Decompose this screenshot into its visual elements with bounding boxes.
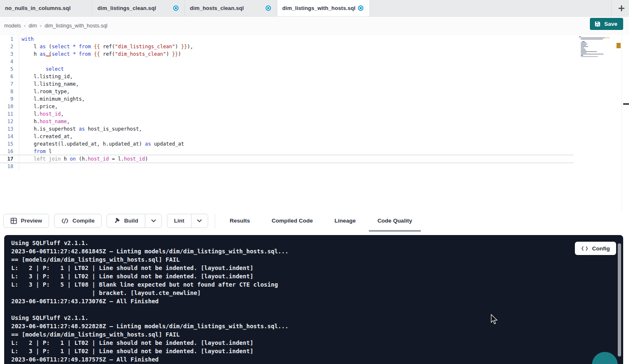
line-number: 18 — [0, 163, 19, 170]
editor-tab-dim_listings_clean-sql[interactable]: dim_listings_clean.sql — [92, 0, 185, 16]
code-text: select — [19, 65, 64, 73]
config-button-label: Config — [592, 245, 610, 252]
build-dropdown-button[interactable] — [145, 214, 162, 228]
code-editor[interactable]: 1with2 l as (select * from {{ ref("dim_l… — [0, 35, 629, 211]
code-line-10[interactable]: 10 l.price, — [0, 103, 574, 110]
lint-button-main[interactable]: Lint — [167, 214, 191, 228]
editor-tabbar: no_nulls_in_columns.sqldim_listings_clea… — [0, 0, 629, 17]
tab-label: dim_hosts_clean.sql — [190, 5, 244, 11]
code-line-4[interactable]: 4 — [0, 58, 574, 65]
breadcrumb-item[interactable]: models — [4, 23, 21, 29]
compile-button-main[interactable]: Compile — [55, 214, 101, 228]
tab-results[interactable]: Results — [221, 211, 259, 230]
code-line-1[interactable]: 1with — [0, 35, 574, 43]
code-line-11[interactable]: 11 l.host_id, — [0, 110, 574, 118]
config-button[interactable]: Config — [575, 242, 616, 255]
code-text: from l — [19, 148, 52, 155]
tab-label: dim_listings_clean.sql — [97, 5, 156, 11]
terminal-line: L: 3 | P: 1 | LT02 | Line should not be … — [11, 272, 623, 280]
code-text: l as (select * from {{ ref("dim_listings… — [19, 43, 193, 50]
code-line-12[interactable]: 12 h.host_name, — [0, 118, 574, 125]
code-line-8[interactable]: 8 l.room_type, — [0, 88, 574, 95]
code-text: l.price, — [19, 103, 58, 110]
preview-button[interactable]: Preview — [3, 214, 49, 228]
line-number: 14 — [0, 133, 19, 140]
code-line-17[interactable]: 17 left join h on (h.host_id = l.host_id… — [0, 155, 574, 163]
line-number: 6 — [0, 73, 19, 80]
code-line-14[interactable]: 14 l.created_at, — [0, 133, 574, 140]
lint-dropdown-button[interactable] — [191, 214, 208, 228]
modified-dot-icon — [266, 5, 271, 11]
tab-compiled-code[interactable]: Compiled Code — [263, 211, 322, 230]
code-brackets-icon — [581, 246, 588, 251]
save-floppy-icon — [594, 21, 601, 27]
save-button[interactable]: Save — [590, 18, 623, 30]
line-number: 12 — [0, 118, 19, 125]
code-text: greatest(l.updated_at, h.updated_at) as … — [19, 140, 184, 148]
code-text: l.host_id, — [19, 110, 64, 118]
line-number: 4 — [0, 58, 19, 65]
minimap-line — [579, 37, 610, 38]
code-line-7[interactable]: 7 l.listing_name, — [0, 80, 574, 88]
terminal-line: 2023-06-06T11:27:42.861845Z — Linting mo… — [11, 247, 623, 255]
lint-button[interactable]: Lint — [167, 214, 208, 228]
line-number: 11 — [0, 110, 19, 118]
code-line-9[interactable]: 9 l.minimum_nights, — [0, 95, 574, 103]
tab-label: no_nulls_in_columns.sql — [5, 5, 71, 11]
minimap-line — [579, 40, 610, 41]
code-line-2[interactable]: 2 l as (select * from {{ ref("dim_listin… — [0, 43, 574, 50]
editor-tab-no_nulls_in_columns-sql[interactable]: no_nulls_in_columns.sql — [0, 0, 92, 16]
breadcrumb: models›dim›dim_listings_with_hosts.sql — [4, 22, 107, 29]
minimap[interactable] — [579, 36, 610, 59]
minimap-line — [579, 57, 610, 58]
breadcrumb-item[interactable]: dim — [29, 23, 37, 29]
editor-tab-dim_hosts_clean-sql[interactable]: dim_hosts_clean.sql — [185, 0, 277, 16]
code-line-6[interactable]: 6 l.listing_id, — [0, 73, 574, 80]
code-text: h as (select * from {{ ref("dim_hosts_cl… — [19, 50, 181, 58]
result-tabs: ResultsCompiled CodeLineageCode Quality — [221, 211, 421, 230]
terminal-line: Using SQLFluff v2.1.1. — [11, 239, 623, 247]
build-button-main[interactable]: Build — [107, 214, 145, 228]
toolbar-divider — [215, 213, 215, 228]
code-line-3[interactable]: 3 h as (select * from {{ ref("dim_hosts_… — [0, 50, 574, 58]
minimap-line — [579, 39, 610, 40]
editor-tab-dim_listings_with_hosts-sql[interactable]: dim_listings_with_hosts.sql — [277, 0, 370, 16]
code-line-5[interactable]: 5 select — [0, 65, 574, 73]
code-line-18[interactable]: 18 — [0, 163, 574, 170]
tab-code-quality[interactable]: Code Quality — [369, 211, 421, 230]
terminal-line: 2023-06-06T11:27:48.922828Z — Linting mo… — [11, 322, 623, 330]
terminal-line: == [models/dim/dim_listings_with_hosts.s… — [11, 255, 623, 264]
terminal-line — [11, 305, 623, 314]
terminal-line: 2023-06-06T11:27:49.187575Z — All Finish… — [11, 355, 623, 364]
breadcrumb-chevron-icon: › — [24, 22, 25, 29]
code-line-15[interactable]: 15 greatest(l.updated_at, h.updated_at) … — [0, 140, 574, 148]
line-number: 9 — [0, 95, 19, 103]
minimap-line — [579, 42, 610, 43]
minimap-line — [579, 50, 610, 51]
code-text: l.listing_id, — [19, 73, 73, 80]
build-button[interactable]: Build — [107, 214, 162, 228]
code-text: l.created_at, — [19, 133, 73, 140]
preview-button-main[interactable]: Preview — [4, 214, 49, 228]
breadcrumb-chevron-icon: › — [40, 22, 42, 29]
terminal-scrollbar[interactable] — [618, 243, 621, 357]
lint-button-label: Lint — [174, 218, 184, 224]
minimap-line — [579, 41, 610, 42]
action-toolbar: Preview Compile Build — [0, 211, 629, 230]
code-line-16[interactable]: 16 from l — [0, 148, 574, 155]
code-text — [19, 163, 22, 170]
code-line-13[interactable]: 13 h.is_superhost as host_is_superhost, — [0, 125, 574, 133]
line-number: 15 — [0, 140, 19, 148]
line-number: 5 — [0, 65, 19, 73]
tab-label: dim_listings_with_hosts.sql — [282, 5, 356, 11]
line-number: 7 — [0, 80, 19, 88]
compile-button[interactable]: Compile — [54, 214, 102, 228]
breadcrumb-item[interactable]: dim_listings_with_hosts.sql — [45, 23, 107, 29]
terminal-line: == [models/dim/dim_listings_with_hosts.s… — [11, 330, 623, 339]
tab-lineage[interactable]: Lineage — [326, 211, 365, 230]
chevron-down-icon — [151, 219, 157, 223]
new-tab-button[interactable] — [616, 3, 627, 14]
compile-button-label: Compile — [72, 218, 94, 224]
editor-scrollbar-track[interactable] — [622, 35, 622, 211]
line-number: 8 — [0, 88, 19, 95]
